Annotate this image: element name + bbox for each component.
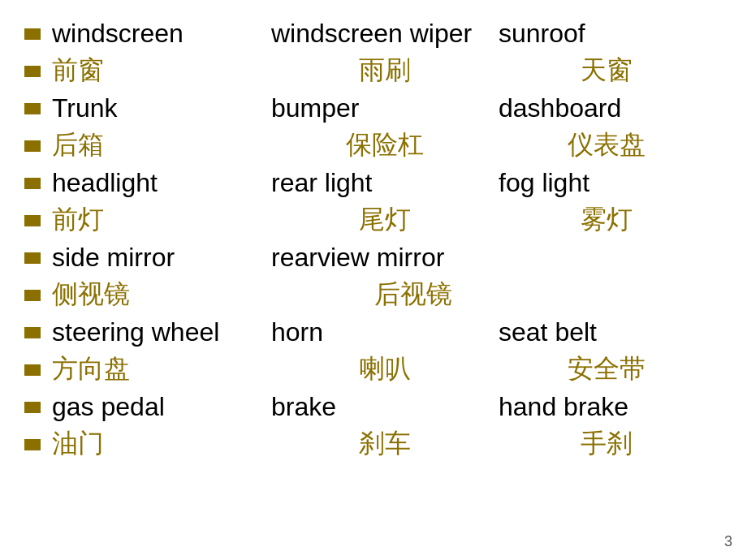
bullet-icon	[24, 178, 41, 189]
col1-text: steering wheel	[52, 317, 271, 347]
col2-text: 刹车	[271, 426, 499, 462]
list-item: 前窗雨刷天窗	[24, 52, 715, 89]
bullet-icon	[24, 402, 41, 413]
bullet-icon	[24, 252, 41, 264]
list-item: windscreenwindscreen wipersunroof	[24, 15, 715, 52]
col3-text: 仪表盘	[499, 127, 715, 163]
col2-text: bumper	[271, 93, 499, 123]
col1-text: 侧视镜	[52, 277, 271, 312]
bullet-icon	[24, 364, 41, 376]
list-item: 方向盘喇叭安全带	[24, 351, 715, 388]
col3-text: 手刹	[499, 426, 715, 462]
col3-text: hand brake	[499, 392, 628, 422]
bullet-icon	[24, 28, 41, 40]
bullet-icon	[24, 290, 41, 301]
col1-text: 后箱	[52, 127, 271, 163]
row-content: Trunkbumperdashboard	[52, 93, 715, 123]
col2-text: 雨刷	[271, 53, 499, 88]
bullet-icon	[24, 215, 41, 226]
row-content: 侧视镜后视镜	[52, 277, 715, 312]
col1-text: 前灯	[52, 202, 271, 238]
col1-text: gas pedal	[52, 392, 271, 422]
row-content: 前灯尾灯雾灯	[52, 202, 715, 238]
bullet-icon	[24, 140, 41, 152]
row-content: windscreenwindscreen wipersunroof	[52, 19, 715, 49]
col1-text: Trunk	[52, 93, 271, 123]
list-item: 油门刹车手刹	[24, 425, 715, 463]
col2-text: 喇叭	[271, 351, 499, 387]
row-content: side mirrorrearview mirror	[52, 243, 715, 273]
page-container: windscreenwindscreen wipersunroof前窗雨刷天窗T…	[0, 0, 747, 560]
col1-text: headlight	[52, 168, 271, 198]
row-content: 油门刹车手刹	[52, 426, 715, 462]
col3-text: 安全带	[499, 351, 715, 387]
col2-text: horn	[271, 317, 499, 347]
list-item: 前灯尾灯雾灯	[24, 201, 715, 239]
row-content: 后箱保险杠仪表盘	[52, 127, 715, 163]
col1-text: side mirror	[52, 243, 271, 273]
col2-text: rearview mirror	[271, 243, 555, 273]
row-content: gas pedalbrakehand brake	[52, 392, 715, 422]
col2-text: brake	[271, 392, 499, 422]
bullet-icon	[24, 66, 41, 77]
row-content: 方向盘喇叭安全带	[52, 351, 715, 387]
row-content: steering wheelhornseat belt	[52, 317, 715, 347]
list-item: headlightrear lightfog light	[24, 164, 715, 201]
list-item: Trunkbumperdashboard	[24, 89, 715, 127]
col1-text: 方向盘	[52, 351, 271, 387]
list-item: gas pedalbrakehand brake	[24, 388, 715, 425]
row-content: 前窗雨刷天窗	[52, 53, 715, 88]
col2-text: rear light	[271, 168, 499, 198]
list-item: 后箱保险杠仪表盘	[24, 127, 715, 164]
col3-text: sunroof	[499, 19, 585, 49]
col2-text: windscreen wiper	[271, 19, 499, 49]
bullet-icon	[24, 327, 41, 338]
col1-text: 油门	[52, 426, 271, 462]
col3-text: fog light	[499, 168, 589, 198]
row-content: headlightrear lightfog light	[52, 168, 715, 198]
page-number: 3	[724, 533, 732, 550]
col1-text: windscreen	[52, 19, 271, 49]
list-item: 侧视镜后视镜	[24, 276, 715, 313]
col2-text: 后视镜	[271, 277, 555, 312]
col3-text: 天窗	[499, 53, 715, 88]
list-item: steering wheelhornseat belt	[24, 313, 715, 351]
col1-text: 前窗	[52, 53, 271, 88]
list-item: side mirrorrearview mirror	[24, 239, 715, 276]
col3-text: 雾灯	[499, 202, 715, 238]
bullet-icon	[24, 103, 41, 114]
bullet-icon	[24, 439, 41, 450]
col3-text: dashboard	[499, 93, 621, 123]
col2-text: 保险杠	[271, 127, 499, 163]
col2-text: 尾灯	[271, 202, 499, 238]
col3-text: seat belt	[499, 317, 597, 347]
